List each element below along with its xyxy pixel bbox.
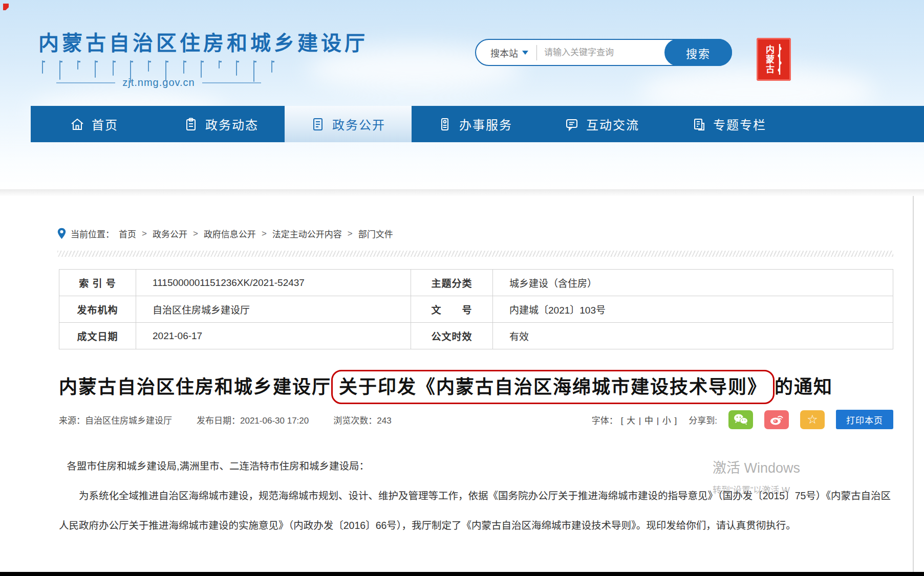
nav-item-news[interactable]: 政务动态 (158, 106, 285, 142)
table-row: 发布机构 自治区住房城乡建设厅 文 号 内建城〔2021〕103号 (59, 296, 893, 323)
columns-icon (692, 117, 706, 131)
meta-left-group: 来源：自治区住房城乡建设厅 发布日期：2021-06-30 17:20 浏览次数… (59, 413, 416, 426)
breadcrumb: 当前位置： 首页 > 政务公开 > 政府信息公开 > 法定主动公开内容 > 部门… (57, 227, 393, 240)
issuing-agency-label: 发布机构 (59, 296, 136, 323)
content-top-shadow (0, 189, 924, 196)
breadcrumb-item-home[interactable]: 首页 (119, 227, 136, 240)
bottom-black-bar (0, 572, 924, 576)
breadcrumb-separator: > (141, 229, 148, 239)
views-label: 浏览次数： (333, 416, 377, 426)
topic-category-label: 主题分类 (411, 270, 493, 296)
watermark-line2: 转到“设置”以激活 W (713, 483, 924, 496)
star-icon: ☆ (807, 412, 818, 427)
main-navigation: 首页 政务动态 政务公开 办事服务 互动交流 (31, 106, 924, 142)
nav-label: 办事服务 (459, 115, 512, 133)
views-count: 243 (377, 416, 391, 426)
source-item: 来源：自治区住房城乡建设厅 (59, 413, 172, 426)
meta-right-group: 字体： [ 大 | 中 | 小 ] 分享到: (592, 410, 893, 429)
breadcrumb-separator: > (192, 229, 199, 239)
publish-date-item: 发布日期：2021-06-30 17:20 (197, 413, 309, 426)
share-label: 分享到: (689, 413, 717, 426)
page: 内蒙古自治区住房和城乡建设厅 zjt.nmg.gov.cn 搜本站 搜索 内蒙古 (0, 0, 924, 576)
validity-value: 有效 (493, 323, 893, 349)
table-row: 索 引 号 1115000001151236XK/2021-52437 主题分类… (59, 270, 893, 296)
source-value: 自治区住房城乡建设厅 (85, 416, 172, 426)
topic-category-value: 城乡建设（含住房） (493, 270, 893, 296)
service-icon (438, 117, 452, 131)
nav-label: 互动交流 (586, 115, 639, 133)
written-date-value: 2021-06-17 (136, 323, 411, 349)
font-size-label: 字体： (592, 413, 618, 426)
search-scope-label: 搜本站 (490, 46, 518, 59)
scrollbar-track[interactable] (913, 196, 914, 572)
issuing-agency-value: 自治区住房城乡建设厅 (136, 296, 411, 323)
article-meta-row: 来源：自治区住房城乡建设厅 发布日期：2021-06-30 17:20 浏览次数… (59, 409, 893, 430)
share-weibo-button[interactable] (764, 410, 789, 429)
breadcrumb-prefix: 当前位置： (71, 227, 114, 240)
chat-icon (565, 117, 579, 131)
written-date-label: 成文日期 (59, 323, 136, 349)
publish-date-value: 2021-06-30 17:20 (240, 416, 309, 426)
nav-item-services[interactable]: 办事服务 (412, 106, 539, 142)
breadcrumb-separator: > (347, 229, 354, 239)
nav-item-special-columns[interactable]: 专题专栏 (665, 106, 792, 142)
site-url: zjt.nmg.gov.cn (122, 77, 195, 88)
weibo-icon (769, 413, 784, 426)
title-plain-part: 内蒙古自治区住房和城乡建设厅 (59, 376, 331, 397)
index-number-label: 索 引 号 (59, 270, 136, 296)
search-scope-dropdown[interactable]: 搜本站 (476, 46, 536, 59)
validity-label: 公文时效 (411, 323, 493, 349)
title-red-annotation-box: 关于印发《内蒙古自治区海绵城市建设技术导则》 (331, 370, 775, 404)
publish-date-label: 发布日期： (197, 416, 240, 426)
share-wechat-button[interactable] (728, 410, 753, 429)
breadcrumb-item-legal-disclosure[interactable]: 法定主动公开内容 (272, 227, 342, 240)
nav-item-gov-disclosure[interactable]: 政务公开 (285, 106, 412, 142)
breadcrumb-item-dept-files[interactable]: 部门文件 (358, 227, 393, 240)
nav-item-interaction[interactable]: 互动交流 (539, 106, 665, 142)
location-pin-icon (57, 228, 66, 239)
windows-activation-watermark: 激活 Windows 转到“设置”以激活 W (713, 457, 924, 496)
document-title: 内蒙古自治区住房和城乡建设厅关于印发《内蒙古自治区海绵城市建设技术导则》的通知 (59, 367, 906, 407)
site-search: 搜本站 搜索 (475, 39, 732, 66)
chevron-down-icon (522, 51, 528, 55)
seal-mongolian-stroke-icon (777, 43, 783, 76)
home-icon (70, 117, 84, 131)
print-page-button[interactable]: 打印本页 (836, 410, 893, 429)
site-logo-title[interactable]: 内蒙古自治区住房和城乡建设厅 (38, 27, 368, 56)
doc-number-label: 文 号 (411, 296, 493, 323)
doc-number-value: 内建城〔2021〕103号 (493, 296, 893, 323)
nav-item-home[interactable]: 首页 (31, 106, 158, 142)
hatched-divider (57, 251, 893, 257)
source-label: 来源： (59, 416, 85, 426)
views-item: 浏览次数：243 (333, 413, 391, 426)
search-button[interactable]: 搜索 (664, 39, 732, 66)
breadcrumb-item-gov-info[interactable]: 政府信息公开 (204, 227, 256, 240)
nav-label: 政务公开 (332, 115, 385, 133)
favorite-star-button[interactable]: ☆ (800, 410, 825, 429)
breadcrumb-separator: > (261, 229, 268, 239)
inner-mongolia-seal: 内蒙古 (757, 38, 791, 81)
wechat-icon (733, 413, 748, 426)
document-icon (311, 117, 325, 131)
index-number-value: 1115000001151236XK/2021-52437 (136, 270, 411, 296)
font-size-switcher[interactable]: [ 大 | 中 | 小 ] (621, 413, 678, 426)
site-url-row: zjt.nmg.gov.cn (56, 77, 261, 88)
table-row: 成文日期 2021-06-17 公文时效 有效 (59, 323, 893, 349)
watermark-line1: 激活 Windows (713, 457, 924, 477)
document-info-table: 索 引 号 1115000001151236XK/2021-52437 主题分类… (59, 269, 893, 349)
breadcrumb-item-gov-disclosure[interactable]: 政务公开 (153, 227, 187, 240)
nav-label: 专题专栏 (713, 115, 766, 133)
clipboard-icon (184, 117, 198, 131)
nav-label: 政务动态 (205, 115, 259, 133)
nav-label: 首页 (92, 115, 118, 133)
title-suffix-part: 的通知 (775, 376, 833, 397)
seal-text: 内蒙古 (765, 45, 773, 74)
